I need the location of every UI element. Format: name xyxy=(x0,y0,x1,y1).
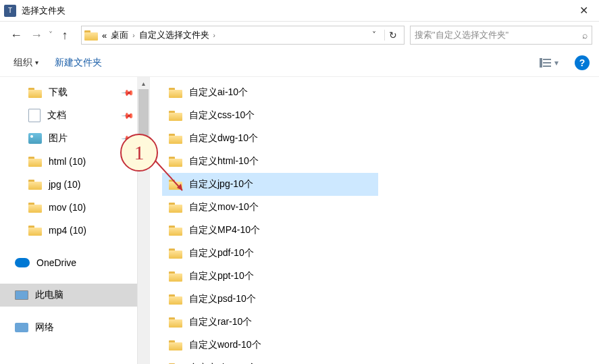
folder-label: 自定义word-10个 xyxy=(189,339,261,351)
folder-icon xyxy=(169,202,182,213)
sidebar-item-network[interactable]: 网络 xyxy=(0,316,149,339)
chevron-right-icon[interactable]: › xyxy=(132,32,134,39)
sidebar-item-label: html (10) xyxy=(49,156,86,167)
content-pane: 自定义ai-10个自定义css-10个自定义dwg-10个自定义html-10个… xyxy=(150,77,599,364)
sidebar-item-downloads[interactable]: 下载 📌 xyxy=(0,81,149,104)
folder-item[interactable]: 自定义xlsx-10个 xyxy=(162,357,378,364)
folder-icon xyxy=(169,133,182,144)
pc-icon xyxy=(15,290,28,300)
sidebar-item-documents[interactable]: 文档 📌 xyxy=(0,104,149,127)
scrollbar-track[interactable] xyxy=(137,77,149,364)
svg-rect-0 xyxy=(540,58,542,68)
folder-icon xyxy=(28,179,42,190)
sidebar-item-folder[interactable]: jpg (10) xyxy=(0,173,149,196)
up-button[interactable]: ↑ xyxy=(55,26,74,45)
folder-label: 自定义rar-10个 xyxy=(189,316,252,328)
pictures-icon xyxy=(28,133,42,144)
sidebar-item-label: 图片 xyxy=(49,132,68,145)
document-icon xyxy=(28,109,41,122)
search-input[interactable]: 搜索"自定义选择文件夹" ⌕ xyxy=(410,26,592,45)
back-button[interactable]: ← xyxy=(7,26,26,45)
close-icon: ✕ xyxy=(579,4,588,17)
folder-item[interactable]: 自定义rar-10个 xyxy=(162,311,378,334)
folder-item[interactable]: 自定义MP4-10个 xyxy=(162,219,378,242)
recent-dropdown[interactable]: ˅ xyxy=(47,30,54,40)
folder-item[interactable]: 自定义mov-10个 xyxy=(162,196,378,219)
sidebar-item-label: mov (10) xyxy=(49,202,86,213)
folder-icon xyxy=(84,30,98,41)
breadcrumb-part[interactable]: 桌面 xyxy=(111,29,128,41)
pin-icon: 📌 xyxy=(121,86,135,100)
pin-icon: 📌 xyxy=(121,109,135,123)
address-bar[interactable]: « 桌面 › 自定义选择文件夹 › ˅ ↻ xyxy=(81,26,405,45)
refresh-icon: ↻ xyxy=(389,30,397,41)
folder-item[interactable]: 自定义jpg-10个 xyxy=(162,173,378,196)
chevron-down-icon: ▾ xyxy=(554,58,558,68)
folder-label: 自定义dwg-10个 xyxy=(189,132,258,145)
sidebar-item-label: 文档 xyxy=(47,109,66,122)
search-placeholder: 搜索"自定义选择文件夹" xyxy=(415,29,582,41)
sidebar-item-label: 网络 xyxy=(35,321,54,334)
network-icon xyxy=(15,323,28,332)
callout-annotation: 1 xyxy=(120,134,158,172)
folder-icon xyxy=(169,248,182,259)
sidebar-item-label: 此电脑 xyxy=(35,289,63,301)
folder-item[interactable]: 自定义css-10个 xyxy=(162,104,378,127)
folder-icon xyxy=(169,110,182,121)
callout-arrow xyxy=(153,158,186,196)
forward-icon: → xyxy=(30,28,43,43)
folder-label: 自定义css-10个 xyxy=(189,109,255,122)
folder-item[interactable]: 自定义dwg-10个 xyxy=(162,127,378,150)
folder-icon xyxy=(169,317,182,328)
svg-rect-2 xyxy=(543,62,551,63)
folder-icon xyxy=(169,294,182,305)
folder-icon xyxy=(28,225,42,236)
sidebar-item-label: jpg (10) xyxy=(49,179,80,190)
folder-icon xyxy=(169,225,182,236)
back-icon: ← xyxy=(10,28,22,43)
organize-button[interactable]: 组织▾ xyxy=(14,57,38,69)
sidebar-item-folder[interactable]: mp4 (10) xyxy=(0,219,149,242)
folder-label: 自定义MP4-10个 xyxy=(189,224,260,236)
folder-label: 自定义pdf-10个 xyxy=(189,247,254,259)
onedrive-icon xyxy=(15,258,30,267)
folder-item[interactable]: 自定义ai-10个 xyxy=(162,81,378,104)
help-button[interactable]: ? xyxy=(575,55,590,70)
refresh-button[interactable]: ↻ xyxy=(384,30,401,41)
scroll-up-arrow[interactable]: ▴ xyxy=(137,77,149,89)
callout-number: 1 xyxy=(134,141,145,164)
new-folder-button[interactable]: 新建文件夹 xyxy=(55,57,102,69)
folder-item[interactable]: 自定义ppt-10个 xyxy=(162,265,378,288)
search-icon[interactable]: ⌕ xyxy=(582,30,588,41)
folder-icon xyxy=(169,87,182,98)
sidebar-item-this-pc[interactable]: 此电脑 xyxy=(0,284,149,307)
folder-icon xyxy=(28,87,42,98)
address-dropdown[interactable]: ˅ xyxy=(368,30,380,40)
sidebar: ▴ 下载 📌 文档 📌 图片 📌 html (10) jpg (10) mov … xyxy=(0,77,150,364)
folder-label: 自定义html-10个 xyxy=(189,155,259,167)
sidebar-item-folder[interactable]: mov (10) xyxy=(0,196,149,219)
sidebar-item-onedrive[interactable]: OneDrive xyxy=(0,251,149,274)
window-title: 选择文件夹 xyxy=(22,5,66,17)
breadcrumb-prefix: « xyxy=(102,30,107,41)
navbar: ← → ˅ ↑ « 桌面 › 自定义选择文件夹 › ˅ ↻ 搜索"自定义选择文件… xyxy=(0,22,599,49)
up-icon: ↑ xyxy=(62,28,68,43)
folder-item[interactable]: 自定义word-10个 xyxy=(162,334,378,357)
chevron-right-icon[interactable]: › xyxy=(213,32,215,39)
folder-icon xyxy=(169,271,182,282)
folder-item[interactable]: 自定义html-10个 xyxy=(162,150,378,173)
folder-icon xyxy=(28,156,42,167)
view-button[interactable]: ▾ xyxy=(540,58,558,68)
main: ▴ 下载 📌 文档 📌 图片 📌 html (10) jpg (10) mov … xyxy=(0,77,599,364)
folder-label: 自定义psd-10个 xyxy=(189,293,256,305)
folder-item[interactable]: 自定义psd-10个 xyxy=(162,288,378,311)
folder-label: 自定义ai-10个 xyxy=(189,86,248,99)
close-button[interactable]: ✕ xyxy=(568,0,599,22)
breadcrumb-part[interactable]: 自定义选择文件夹 xyxy=(139,29,209,41)
forward-button[interactable]: → xyxy=(27,26,46,45)
chevron-down-icon: ▾ xyxy=(35,59,38,66)
folder-icon xyxy=(169,340,182,350)
help-icon: ? xyxy=(579,57,585,68)
folder-item[interactable]: 自定义pdf-10个 xyxy=(162,242,378,265)
sidebar-item-label: OneDrive xyxy=(36,257,76,268)
